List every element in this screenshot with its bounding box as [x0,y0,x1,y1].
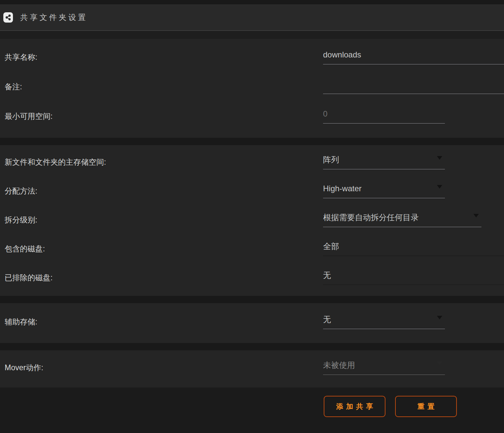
section-separator [0,138,504,145]
share-name-label: 共享名称: [0,52,323,62]
chevron-down-icon [473,214,479,217]
comments-input[interactable] [323,80,504,94]
row-secondary-storage: 辅助存储: 无 [0,307,504,336]
row-comments: 备注: [0,72,504,102]
excluded-disks-select[interactable]: 无 [323,271,504,285]
comments-label: 备注: [0,82,323,92]
section-secondary-storage: 辅助存储: 无 [0,303,504,343]
mover-action-select: 未被使用 [323,361,445,375]
allocation-method-select[interactable]: High-water [323,184,445,198]
row-included-disks: 包含的磁盘: 全部 [0,234,504,263]
section-separator [0,296,504,303]
excluded-disks-label: 已排除的磁盘: [0,273,323,283]
section-separator [0,343,504,350]
header-gap [0,31,504,39]
row-mover-action: Mover动作: 未被使用 [0,353,504,382]
row-split-level: 拆分级别: 根据需要自动拆分任何目录 [0,206,504,234]
chevron-down-icon [437,362,442,365]
excluded-disks-value: 无 [323,271,331,280]
split-level-select[interactable]: 根据需要自动拆分任何目录 [323,213,481,227]
share-icon [3,12,13,23]
allocation-method-label: 分配方法: [0,186,323,196]
share-name-input[interactable] [323,50,504,64]
section-primary-storage: 新文件和文件夹的主存储空间: 阵列 分配方法: High-water 拆分级别:… [0,145,504,296]
min-free-space-label: 最小可用空间: [0,111,323,122]
included-disks-label: 包含的磁盘: [0,244,323,254]
row-share-name: 共享名称: [0,43,504,72]
primary-storage-label: 新文件和文件夹的主存储空间: [0,157,323,167]
split-level-value: 根据需要自动拆分任何目录 [323,213,419,222]
secondary-storage-select[interactable]: 无 [323,315,445,329]
section-share-identity: 共享名称: 备注: 最小可用空间: [0,39,504,138]
mover-action-label: Mover动作: [0,363,323,373]
split-level-label: 拆分级别: [0,215,323,225]
secondary-storage-value: 无 [323,315,331,324]
add-share-button[interactable]: 添加共享 [324,396,385,417]
min-free-space-input[interactable] [323,109,445,124]
included-disks-value: 全部 [323,242,339,251]
included-disks-select[interactable]: 全部 [323,242,504,256]
allocation-method-value: High-water [323,184,362,193]
top-strip [0,0,504,4]
page-title: 共享文件夹设置 [20,12,88,23]
reset-button[interactable]: 重置 [395,396,457,417]
chevron-down-icon [437,316,442,319]
primary-storage-select[interactable]: 阵列 [323,155,445,169]
primary-storage-value: 阵列 [323,155,339,164]
section-mover-action: Mover动作: 未被使用 [0,350,504,388]
secondary-storage-label: 辅助存储: [0,317,323,327]
row-excluded-disks: 已排除的磁盘: 无 [0,263,504,292]
footer-actions: 添加共享 重置 [0,388,504,433]
chevron-down-icon [437,185,442,189]
row-primary-storage: 新文件和文件夹的主存储空间: 阵列 [0,148,504,177]
page-header: 共享文件夹设置 [0,4,504,31]
mover-action-value: 未被使用 [323,361,355,370]
chevron-down-icon [437,156,442,160]
row-allocation-method: 分配方法: High-water [0,177,504,206]
row-min-free-space: 最小可用空间: [0,102,504,131]
